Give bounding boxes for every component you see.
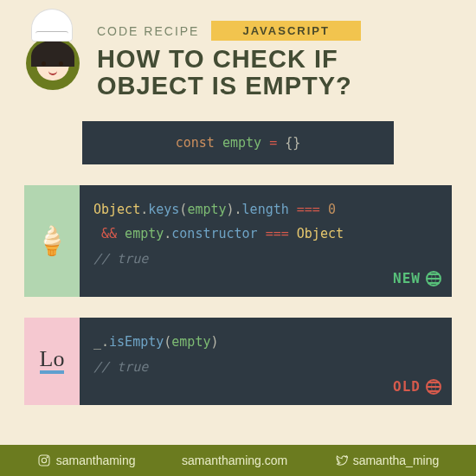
header-text: CODE RECIPE JAVASCRIPT HOW TO CHECK IF O…	[97, 17, 452, 100]
comment-true: // true	[93, 355, 438, 380]
section-old: Lo _.isEmpty(empty) // true OLD	[24, 318, 452, 405]
var-empty: empty	[222, 135, 261, 151]
code-line-1: _.isEmpty(empty)	[93, 330, 438, 355]
icecream-icon: 🍦	[24, 185, 80, 298]
badge-old: OLD	[393, 374, 441, 400]
website-url: samanthaming.com	[182, 453, 287, 467]
code-new: Object.keys(empty).length === 0 && empty…	[80, 185, 452, 298]
code-old: _.isEmpty(empty) // true OLD	[80, 318, 452, 405]
twitter-handle: samantha_ming	[353, 453, 440, 467]
svg-point-1	[42, 458, 46, 462]
title-line-1: HOW TO CHECK IF	[97, 45, 338, 73]
avatar-circle	[26, 36, 80, 90]
twitter-icon	[334, 453, 348, 467]
section-new: 🍦 Object.keys(empty).length === 0 && emp…	[24, 185, 452, 298]
recipe-label: CODE RECIPE	[97, 24, 199, 38]
language-badge: JAVASCRIPT	[211, 21, 360, 41]
badge-new: NEW	[393, 266, 441, 292]
title-line-2: OBJECT IS EMPTY?	[97, 72, 352, 100]
footer-twitter[interactable]: samantha_ming	[334, 453, 440, 467]
braces: {}	[285, 135, 300, 151]
instagram-icon	[37, 453, 51, 467]
code-line-1: Object.keys(empty).length === 0	[93, 197, 438, 222]
keyword-const: const	[176, 135, 215, 151]
comment-true: // true	[93, 247, 438, 272]
svg-point-2	[47, 457, 48, 458]
badge-old-label: OLD	[393, 374, 421, 400]
globe-icon	[426, 271, 441, 286]
op-eq: =	[269, 135, 277, 151]
chef-hat-icon	[31, 9, 73, 42]
code-declaration: const empty = {}	[82, 121, 394, 164]
code-line-2: && empty.constructor === Object	[93, 222, 438, 247]
page-title: HOW TO CHECK IF OBJECT IS EMPTY?	[97, 46, 452, 100]
footer-instagram[interactable]: samanthaming	[37, 453, 136, 467]
lodash-icon: Lo	[24, 318, 80, 405]
header: CODE RECIPE JAVASCRIPT HOW TO CHECK IF O…	[0, 0, 476, 100]
footer: samanthaming samanthaming.com samantha_m…	[0, 445, 476, 476]
globe-icon	[426, 379, 441, 395]
badge-new-label: NEW	[393, 266, 421, 292]
instagram-handle: samanthaming	[56, 453, 136, 467]
footer-website[interactable]: samanthaming.com	[182, 453, 287, 467]
face-icon	[36, 46, 69, 80]
avatar	[24, 17, 85, 87]
